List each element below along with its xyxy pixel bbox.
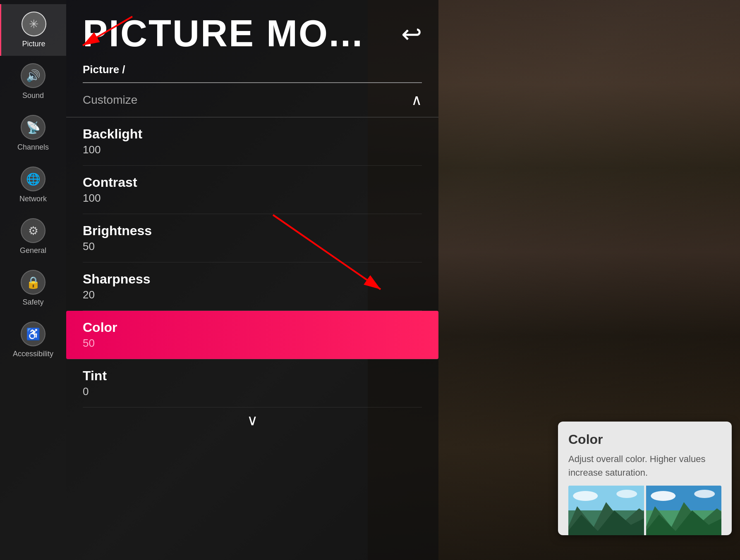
contrast-label: Contrast: [83, 175, 422, 190]
brightness-label: Brightness: [83, 223, 422, 238]
sidebar-label-picture: Picture: [22, 40, 45, 48]
info-image-before: [568, 486, 644, 535]
sound-icon: 🔊: [21, 63, 46, 88]
chevron-up-icon[interactable]: ∧: [411, 91, 422, 109]
info-panel: Color Adjust overall color. Higher value…: [558, 422, 732, 535]
accessibility-icon: ♿: [21, 322, 46, 346]
header: PICTURE MO... ↩: [66, 0, 438, 63]
channels-icon: 📡: [21, 115, 46, 140]
info-image-after: [646, 486, 722, 535]
svg-point-9: [616, 490, 637, 498]
main-content: PICTURE MO... ↩ Picture / Customize ∧ Ba…: [66, 0, 438, 560]
safety-icon: 🔒: [21, 270, 46, 295]
back-button[interactable]: ↩: [401, 19, 422, 48]
info-panel-title: Color: [568, 432, 721, 447]
info-panel-images: [568, 486, 721, 535]
sidebar-item-channels[interactable]: 📡 Channels: [0, 107, 66, 159]
brightness-value: 50: [83, 240, 422, 253]
sidebar-item-picture[interactable]: ✳ Picture: [0, 4, 66, 56]
sidebar-label-accessibility: Accessibility: [13, 350, 53, 358]
sidebar: ✳ Picture 🔊 Sound 📡 Channels 🌐 Network ⚙…: [0, 0, 66, 560]
svg-point-15: [694, 490, 715, 498]
sidebar-label-channels: Channels: [17, 143, 49, 152]
color-value: 50: [83, 337, 422, 350]
sidebar-item-sound[interactable]: 🔊 Sound: [0, 56, 66, 107]
setting-contrast[interactable]: Contrast 100: [83, 166, 422, 214]
network-icon: 🌐: [21, 167, 46, 191]
contrast-value: 100: [83, 192, 422, 205]
page-title: PICTURE MO...: [83, 12, 364, 55]
sharpness-label: Sharpness: [83, 272, 422, 287]
breadcrumb: Picture /: [66, 63, 438, 82]
chevron-down-icon[interactable]: ∨: [66, 407, 438, 433]
setting-tint[interactable]: Tint 0: [83, 359, 422, 407]
sidebar-label-general: General: [20, 246, 46, 255]
customize-label: Customize: [83, 93, 137, 107]
setting-color[interactable]: Color 50: [66, 311, 438, 359]
sidebar-label-network: Network: [19, 195, 47, 203]
svg-point-8: [573, 491, 598, 501]
backlight-label: Backlight: [83, 126, 422, 142]
tint-value: 0: [83, 385, 422, 398]
setting-brightness[interactable]: Brightness 50: [83, 214, 422, 262]
sidebar-item-accessibility[interactable]: ♿ Accessibility: [0, 314, 66, 366]
setting-sharpness[interactable]: Sharpness 20: [83, 262, 422, 311]
sidebar-label-safety: Safety: [22, 298, 43, 307]
sidebar-item-general[interactable]: ⚙ General: [0, 211, 66, 262]
setting-backlight[interactable]: Backlight 100: [83, 117, 422, 166]
picture-icon: ✳: [22, 12, 46, 36]
sidebar-label-sound: Sound: [22, 91, 44, 100]
info-panel-description: Adjust overall color. Higher values incr…: [568, 452, 721, 479]
color-label: Color: [83, 320, 422, 335]
general-icon: ⚙: [21, 218, 46, 243]
svg-point-14: [651, 491, 675, 501]
settings-list: Backlight 100 Contrast 100 Brightness 50…: [66, 117, 438, 407]
customize-row[interactable]: Customize ∧: [66, 83, 438, 117]
sidebar-item-network[interactable]: 🌐 Network: [0, 159, 66, 211]
sidebar-item-safety[interactable]: 🔒 Safety: [0, 262, 66, 314]
sharpness-value: 20: [83, 288, 422, 301]
tint-label: Tint: [83, 368, 422, 384]
backlight-value: 100: [83, 143, 422, 156]
